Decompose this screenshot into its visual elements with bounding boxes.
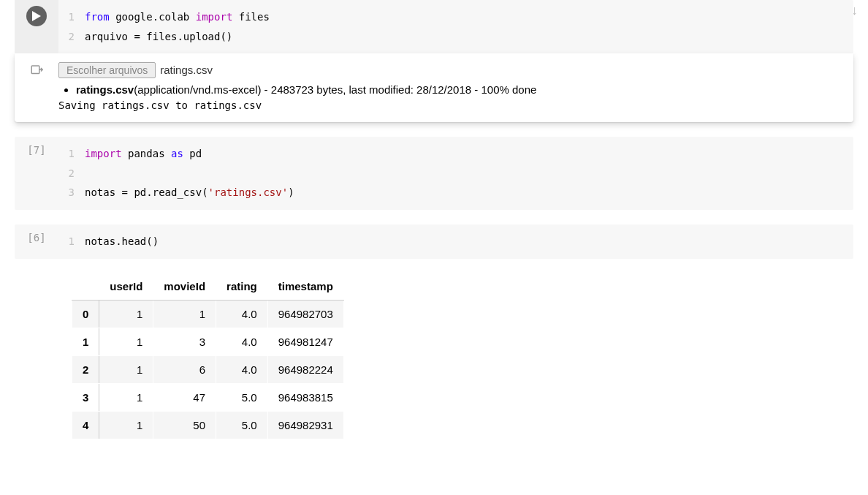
- code-line: 2arquivo = files.upload(): [58, 27, 853, 47]
- line-number: 2: [58, 164, 85, 184]
- code-line: 1import pandas as pd: [58, 144, 853, 164]
- row-index: 3: [72, 383, 99, 411]
- table-cell: 3: [153, 328, 216, 355]
- code-line-content: notas.head(): [85, 232, 159, 252]
- line-number: 2: [58, 27, 85, 47]
- table-cell: 5.0: [216, 383, 268, 411]
- code-editor[interactable]: 1from google.colab import files2arquivo …: [58, 0, 853, 53]
- table-cell: 50: [153, 411, 216, 439]
- cell-gutter: [6]: [15, 224, 58, 259]
- svg-rect-1: [31, 66, 39, 74]
- table-head: userIdmovieIdratingtimestamp: [72, 272, 344, 300]
- output-body: Escolher arquivos ratings.csv ratings.cs…: [58, 62, 853, 113]
- table-row: 41505.0964982931: [72, 411, 344, 439]
- code-line: 3notas = pd.read_csv('ratings.csv'): [58, 183, 853, 203]
- svg-marker-0: [32, 11, 41, 21]
- uploaded-file-list: ratings.csv(application/vnd.ms-excel) - …: [58, 82, 853, 99]
- table-cell: 964982224: [267, 355, 343, 383]
- table-cell: 5.0: [216, 411, 268, 439]
- cell-output: Escolher arquivos ratings.csv ratings.cs…: [15, 53, 853, 122]
- table-cell: 1: [99, 300, 153, 328]
- code-editor[interactable]: 1import pandas as pd23notas = pd.read_cs…: [58, 137, 853, 210]
- table-cell: 1: [99, 355, 153, 383]
- table-row: 0114.0964982703: [72, 300, 344, 328]
- table-cell: 47: [153, 383, 216, 411]
- dataframe-output: userIdmovieIdratingtimestamp 0114.096498…: [15, 272, 853, 439]
- code-input-area: 1from google.colab import files2arquivo …: [15, 0, 853, 53]
- play-icon: [32, 11, 41, 21]
- code-line-content: notas = pd.read_csv('ratings.csv'): [85, 183, 294, 203]
- code-editor[interactable]: 1notas.head(): [58, 224, 853, 259]
- code-cell-3: [6] 1notas.head() userIdmovieIdratingtim…: [15, 224, 853, 439]
- cell-gutter: [15, 0, 58, 53]
- table-row: 31475.0964983815: [72, 383, 344, 411]
- run-button[interactable]: [26, 6, 47, 26]
- table-cell: 4.0: [216, 328, 268, 355]
- code-line-content: import pandas as pd: [85, 144, 202, 164]
- code-line: 1from google.colab import files: [58, 7, 853, 27]
- table-cell: 6: [153, 355, 216, 383]
- column-header: movieId: [153, 272, 216, 300]
- column-header: timestamp: [267, 272, 343, 300]
- table-row: 1134.0964981247: [72, 328, 344, 355]
- code-line: 2: [58, 164, 853, 184]
- list-item: ratings.csv(application/vnd.ms-excel) - …: [76, 82, 853, 99]
- table-row: 2164.0964982224: [72, 355, 344, 383]
- code-input-area: [7] 1import pandas as pd23notas = pd.rea…: [15, 137, 853, 210]
- chosen-filename: ratings.csv: [160, 62, 213, 79]
- row-index: 0: [72, 300, 99, 328]
- uploaded-file-meta: (application/vnd.ms-excel) - 2483723 byt…: [134, 83, 536, 96]
- table-corner: [72, 272, 99, 300]
- output-gutter: [15, 62, 58, 113]
- column-header: userId: [99, 272, 153, 300]
- table-cell: 1: [99, 383, 153, 411]
- execution-count: [6]: [27, 230, 45, 243]
- table-cell: 964983815: [267, 383, 343, 411]
- row-index: 4: [72, 411, 99, 439]
- code-line: 1notas.head(): [58, 232, 853, 252]
- execution-count: [7]: [27, 143, 45, 156]
- output-icon: [30, 64, 43, 79]
- table-cell: 964981247: [267, 328, 343, 355]
- line-number: 3: [58, 183, 85, 203]
- line-number: 1: [58, 144, 85, 164]
- choose-files-button[interactable]: Escolher arquivos: [58, 62, 156, 78]
- line-number: 1: [58, 232, 85, 252]
- table-body: 0114.09649827031134.09649812472164.09649…: [72, 300, 344, 439]
- saving-status: Saving ratings.csv to ratings.csv: [58, 98, 853, 113]
- row-index: 1: [72, 328, 99, 355]
- code-line-content: from google.colab import files: [85, 7, 270, 27]
- uploaded-file-name: ratings.csv: [76, 83, 134, 96]
- line-number: 1: [58, 7, 85, 27]
- table-cell: 4.0: [216, 300, 268, 328]
- code-cell-2: [7] 1import pandas as pd23notas = pd.rea…: [15, 137, 853, 210]
- dataframe-table: userIdmovieIdratingtimestamp 0114.096498…: [72, 272, 344, 439]
- table-cell: 1: [99, 328, 153, 355]
- code-line-content: arquivo = files.upload(): [85, 27, 232, 47]
- row-index: 2: [72, 355, 99, 383]
- cell-gutter: [7]: [15, 137, 58, 210]
- table-cell: 4.0: [216, 355, 268, 383]
- file-upload-row: Escolher arquivos ratings.csv: [58, 62, 853, 79]
- column-header: rating: [216, 272, 268, 300]
- code-cell-1: 1from google.colab import files2arquivo …: [15, 0, 853, 122]
- table-cell: 964982931: [267, 411, 343, 439]
- table-cell: 1: [99, 411, 153, 439]
- table-cell: 1: [153, 300, 216, 328]
- code-input-area: [6] 1notas.head(): [15, 224, 853, 259]
- table-cell: 964982703: [267, 300, 343, 328]
